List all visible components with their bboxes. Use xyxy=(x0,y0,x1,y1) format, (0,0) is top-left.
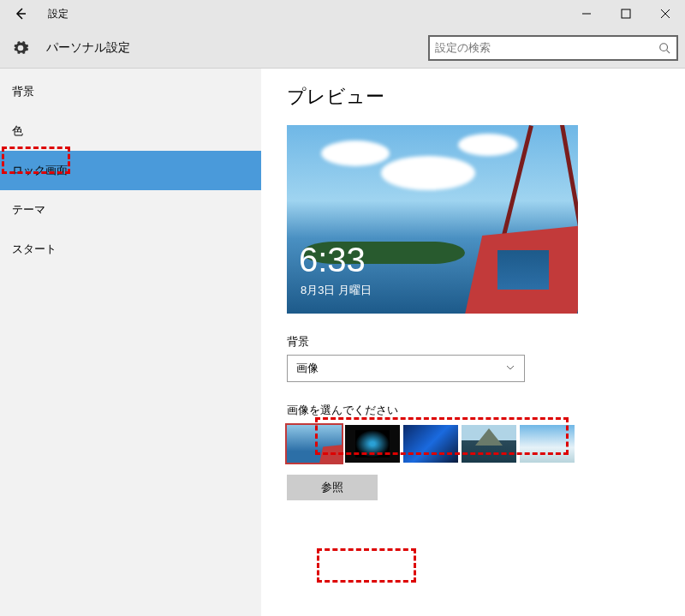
background-label: 背景 xyxy=(287,334,661,350)
search-box[interactable] xyxy=(428,35,678,61)
settings-app-icon-box[interactable] xyxy=(0,27,41,69)
sidebar: 背景 色 ロック画面 テーマ スタート xyxy=(0,69,261,616)
preview-clock: 6:33 xyxy=(299,241,366,279)
minimize-icon xyxy=(581,9,592,19)
maximize-button[interactable] xyxy=(606,0,646,27)
titlebar: 設定 xyxy=(0,0,685,27)
sidebar-item-start[interactable]: スタート xyxy=(0,230,261,269)
window-title: 設定 xyxy=(41,7,68,21)
thumbnail-3[interactable] xyxy=(403,425,458,463)
close-icon xyxy=(660,9,670,19)
svg-rect-2 xyxy=(622,9,630,18)
svg-line-6 xyxy=(667,50,670,53)
search-icon xyxy=(658,41,671,55)
choose-image-label: 画像を選んでください xyxy=(287,403,661,418)
sidebar-item-themes[interactable]: テーマ xyxy=(0,190,261,230)
minimize-button[interactable] xyxy=(567,0,606,27)
window-controls xyxy=(567,0,685,27)
arrow-left-icon xyxy=(14,7,27,21)
sidebar-item-label: ロック画面 xyxy=(12,163,68,178)
sidebar-item-label: 背景 xyxy=(12,84,34,99)
close-button[interactable] xyxy=(646,0,685,27)
sidebar-item-color[interactable]: 色 xyxy=(0,111,261,151)
browse-button[interactable]: 参照 xyxy=(287,475,378,500)
back-button[interactable] xyxy=(0,0,41,27)
sidebar-item-background[interactable]: 背景 xyxy=(0,72,261,111)
preview-date: 8月3日 月曜日 xyxy=(301,283,372,298)
chevron-down-icon xyxy=(505,362,515,375)
maximize-icon xyxy=(621,9,631,19)
gear-icon xyxy=(12,39,29,57)
background-dropdown[interactable]: 画像 xyxy=(287,355,525,382)
sidebar-item-label: テーマ xyxy=(12,202,45,218)
thumbnail-2[interactable] xyxy=(345,425,400,463)
lockscreen-preview: 6:33 8月3日 月曜日 xyxy=(287,125,578,314)
sidebar-item-lockscreen[interactable]: ロック画面 xyxy=(0,151,261,190)
search-input[interactable] xyxy=(435,41,658,54)
page-title: パーソナル設定 xyxy=(46,40,130,56)
preview-heading: プレビュー xyxy=(287,84,661,110)
dropdown-value: 画像 xyxy=(296,361,319,376)
thumbnail-1[interactable] xyxy=(287,425,342,463)
svg-point-5 xyxy=(660,43,668,51)
image-thumbnails xyxy=(287,425,661,463)
sidebar-item-label: 色 xyxy=(12,123,23,139)
thumbnail-4[interactable] xyxy=(462,425,516,463)
header-bar: パーソナル設定 xyxy=(0,27,685,69)
content-pane: プレビュー 6:33 8月3日 月曜日 背景 画像 画像を選んでください 参照 xyxy=(261,69,685,616)
thumbnail-5[interactable] xyxy=(520,425,575,463)
sidebar-item-label: スタート xyxy=(12,242,57,257)
